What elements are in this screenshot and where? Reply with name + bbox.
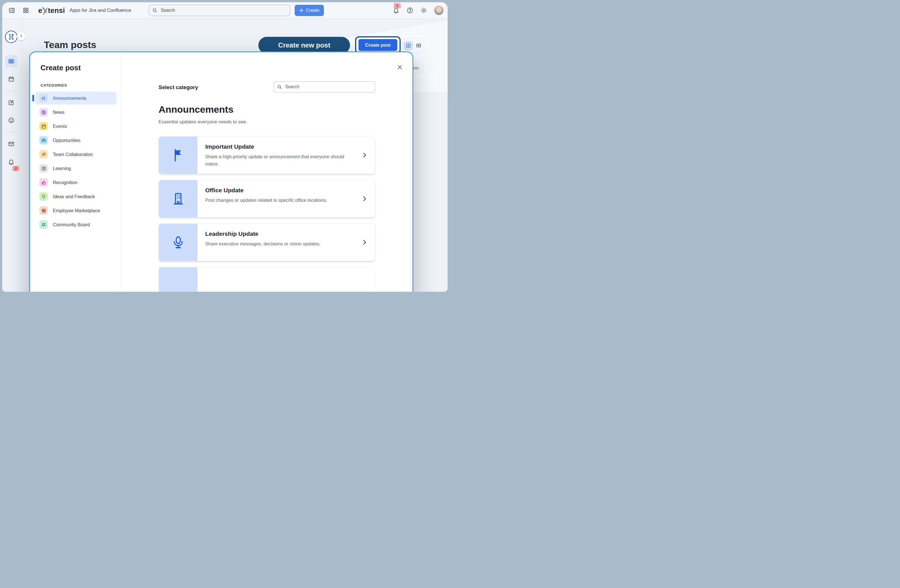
chevron-right-icon <box>361 152 368 158</box>
category-item-team-collaboration[interactable]: Team Collaboration <box>35 148 117 161</box>
sidebar-notification-badge: 2 <box>12 166 19 171</box>
sidebar-item-posts[interactable] <box>5 55 17 67</box>
global-search-input[interactable] <box>160 8 287 13</box>
category-item-opportunities[interactable]: Opportunities <box>35 134 117 147</box>
search-icon <box>152 8 157 13</box>
card-description: Share executive messages, decisions or v… <box>205 240 321 247</box>
modal-detail-panel: Select category Announcements Essential … <box>121 52 413 292</box>
panel-toggle-icon[interactable] <box>8 7 15 14</box>
create-new-post-label: Create new post <box>278 41 330 49</box>
category-search-field[interactable] <box>273 81 375 93</box>
category-item-recognition[interactable]: Recognition <box>35 176 117 189</box>
app-title: Apps for Jira and Confluence <box>70 8 131 13</box>
card-partial[interactable] <box>158 267 375 292</box>
category-item-news[interactable]: News <box>35 105 117 119</box>
extensi-logo[interactable]: e tensi <box>38 7 65 14</box>
card-title: Important Update <box>205 143 355 150</box>
category-label: Learning <box>53 166 71 171</box>
create-post-button[interactable]: Create post <box>358 39 397 51</box>
category-label: Events <box>53 124 67 129</box>
expand-sidebar-button[interactable] <box>17 32 25 40</box>
category-label: Announcements <box>53 96 86 101</box>
global-search[interactable] <box>149 5 290 16</box>
app-window: e tensi Apps for Jira and Confluence Cre… <box>2 2 448 292</box>
create-new-post-tooltip-button[interactable]: Create new post <box>258 37 350 54</box>
grid-view-button[interactable] <box>404 41 413 50</box>
sidebar-item-messages[interactable] <box>5 138 17 150</box>
view-toggle-group <box>402 38 424 53</box>
table-view-button[interactable] <box>414 41 423 50</box>
category-label: Opportunities <box>53 138 81 143</box>
lightbulb-icon <box>39 192 48 201</box>
chevron-right-icon <box>361 239 368 245</box>
category-search-input[interactable] <box>284 84 371 90</box>
sidebar-item-calendar[interactable] <box>5 73 17 85</box>
card-description: Post changes or updates related to speci… <box>205 197 327 204</box>
calendar-icon <box>8 76 15 82</box>
microphone-icon <box>159 224 197 261</box>
create-post-modal: Create post CATEGORIES Announcements New… <box>29 51 413 292</box>
chevron-right-icon <box>361 195 368 202</box>
categories-section-label: CATEGORIES <box>40 83 67 87</box>
briefcase-icon <box>39 136 48 144</box>
grid-view-icon <box>405 42 411 49</box>
close-icon[interactable] <box>396 63 404 71</box>
category-item-events[interactable]: Events <box>35 120 117 133</box>
notification-badge: 1 <box>394 3 401 8</box>
card-icon <box>159 267 197 292</box>
card-description: Share a high-priority update or announce… <box>205 153 355 168</box>
notifications-bell-icon[interactable]: 1 <box>393 7 400 14</box>
storefront-icon <box>39 206 48 215</box>
smiley-icon <box>8 117 15 124</box>
card-body: Office Update Post changes or updates re… <box>197 180 347 217</box>
category-heading: Announcements <box>158 104 233 115</box>
bell-icon <box>8 158 15 165</box>
topbar-create-button[interactable]: Create <box>295 5 324 16</box>
building-icon <box>159 180 197 217</box>
left-rail: 2 <box>2 19 22 292</box>
category-item-announcements[interactable]: Announcements <box>35 92 117 105</box>
category-label: Community Board <box>53 222 90 227</box>
compose-icon <box>8 99 15 106</box>
card-body: Important Update Share a high-priority u… <box>197 137 375 174</box>
rail-divider <box>7 91 17 91</box>
envelope-icon <box>8 141 15 147</box>
card-office-update[interactable]: Office Update Post changes or updates re… <box>158 180 375 217</box>
news-icon <box>39 108 48 116</box>
rail-divider <box>7 132 17 132</box>
help-icon[interactable] <box>407 7 413 14</box>
posts-list-icon <box>8 58 15 65</box>
category-label: Ideas and Feedback <box>53 194 95 199</box>
sidebar-item-compose[interactable] <box>5 96 17 109</box>
table-view-icon <box>416 42 422 49</box>
community-icon <box>39 220 48 229</box>
select-category-label: Select category <box>158 84 198 90</box>
category-item-learning[interactable]: Learning <box>35 162 117 175</box>
post-type-card-list: Important Update Share a high-priority u… <box>158 137 375 292</box>
card-title: Leadership Update <box>205 231 321 237</box>
logo-x-icon <box>42 7 48 15</box>
search-icon <box>277 85 282 89</box>
category-item-employee-marketplace[interactable]: Employee Marketplace <box>35 204 117 217</box>
user-avatar[interactable] <box>434 6 444 15</box>
gear-icon[interactable] <box>421 7 427 14</box>
card-important-update[interactable]: Important Update Share a high-priority u… <box>158 137 375 174</box>
calendar-icon <box>39 122 48 130</box>
people-icon <box>39 150 48 158</box>
workspace-logo-icon[interactable] <box>5 31 17 43</box>
category-item-community-board[interactable]: Community Board <box>35 218 117 231</box>
card-leadership-update[interactable]: Leadership Update Share executive messag… <box>158 223 375 261</box>
modal-title: Create post <box>40 64 81 72</box>
thumbs-up-icon <box>39 178 48 187</box>
chevron-right-icon <box>19 34 23 38</box>
page-title: Team posts <box>44 39 96 50</box>
megaphone-icon <box>39 94 48 102</box>
topbar-create-label: Create <box>306 8 320 13</box>
logo-text-suffix: tensi <box>48 7 65 14</box>
app-grid-icon[interactable] <box>22 7 29 14</box>
category-item-ideas-and-feedback[interactable]: Ideas and Feedback <box>35 190 117 203</box>
card-title: Office Update <box>205 187 327 194</box>
card-body: Leadership Update Share executive messag… <box>197 224 340 261</box>
plus-icon <box>299 8 304 12</box>
sidebar-item-reactions[interactable] <box>5 114 17 126</box>
